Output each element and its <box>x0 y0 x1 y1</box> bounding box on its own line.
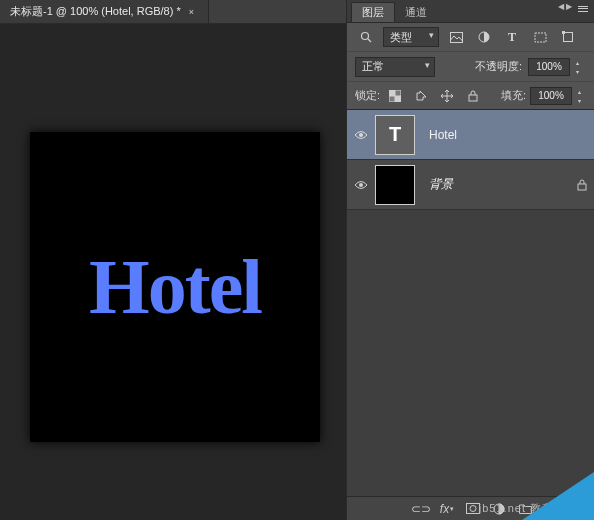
svg-rect-8 <box>395 96 401 102</box>
lock-all-icon[interactable] <box>462 86 484 106</box>
svg-rect-4 <box>535 33 546 42</box>
layer-row[interactable]: T Hotel <box>347 110 594 160</box>
fill-stepper[interactable]: ▴▾ <box>573 88 585 106</box>
layer-thumbnail[interactable]: T <box>375 115 415 155</box>
layer-name[interactable]: Hotel <box>429 128 594 142</box>
fill-input[interactable]: 100% ▴▾ <box>530 87 572 105</box>
tab-channels[interactable]: 通道 <box>395 2 437 22</box>
adjustment-filter-icon[interactable] <box>473 27 495 47</box>
lock-icon <box>570 179 594 191</box>
svg-point-0 <box>362 33 369 40</box>
opacity-stepper[interactable]: ▴▾ <box>571 59 583 77</box>
fill-value: 100% <box>538 90 564 101</box>
visibility-icon[interactable] <box>347 130 375 140</box>
type-filter-icon[interactable]: T <box>501 27 523 47</box>
image-filter-icon[interactable] <box>445 27 467 47</box>
smart-filter-icon[interactable] <box>557 27 579 47</box>
fill-label: 填充: <box>501 88 526 103</box>
svg-rect-9 <box>395 90 401 96</box>
svg-rect-16 <box>578 184 586 190</box>
document-tab-title: 未标题-1 @ 100% (Hotel, RGB/8) * <box>10 4 181 19</box>
watermark-triangle <box>522 472 594 520</box>
type-layer-icon: T <box>389 123 401 146</box>
panel-header: 图层 通道 ◀▶ <box>347 0 594 22</box>
svg-rect-7 <box>389 90 395 96</box>
blend-row: 正常 不透明度: 100% ▴▾ <box>347 52 594 82</box>
panel-collapse-icon[interactable]: ◀▶ <box>558 2 572 11</box>
filter-type-label: 类型 <box>390 30 412 45</box>
layer-name[interactable]: 背景 <box>429 176 570 193</box>
tab-layers-label: 图层 <box>362 5 384 20</box>
layers-list: T Hotel 背景 <box>347 110 594 496</box>
canvas-text: Hotel <box>89 242 261 332</box>
lock-row: 锁定: 填充: 100% ▴▾ <box>347 82 594 110</box>
document-tab[interactable]: 未标题-1 @ 100% (Hotel, RGB/8) * × <box>0 0 209 23</box>
layers-panel: 图层 通道 ◀▶ 类型 T 正常 不透明 <box>346 0 594 520</box>
lock-transparent-icon[interactable] <box>384 86 406 106</box>
opacity-value: 100% <box>536 61 562 72</box>
blend-mode-value: 正常 <box>362 59 384 74</box>
panel-menu-icon[interactable] <box>576 3 590 15</box>
lock-image-icon[interactable] <box>410 86 432 106</box>
svg-rect-6 <box>562 31 565 34</box>
close-icon[interactable]: × <box>189 7 194 17</box>
layer-thumbnail[interactable] <box>375 165 415 205</box>
visibility-icon[interactable] <box>347 180 375 190</box>
opacity-input[interactable]: 100% ▴▾ <box>528 58 570 76</box>
filter-row: 类型 T <box>347 22 594 52</box>
svg-rect-13 <box>469 95 477 101</box>
svg-point-15 <box>359 183 363 187</box>
tab-channels-label: 通道 <box>405 5 427 20</box>
lock-label: 锁定: <box>355 88 380 103</box>
opacity-label: 不透明度: <box>475 59 522 74</box>
workspace: Hotel <box>0 24 346 520</box>
svg-point-14 <box>359 133 363 137</box>
shape-filter-icon[interactable] <box>529 27 551 47</box>
svg-line-1 <box>368 39 371 42</box>
layer-row[interactable]: 背景 <box>347 160 594 210</box>
tab-layers[interactable]: 图层 <box>351 2 395 22</box>
layer-style-icon[interactable]: fx▾ <box>438 499 456 519</box>
svg-point-18 <box>470 506 476 512</box>
document-canvas[interactable]: Hotel <box>30 132 320 442</box>
svg-rect-10 <box>389 96 395 102</box>
search-icon[interactable] <box>355 27 377 47</box>
link-layers-icon[interactable]: ⊂⊃ <box>412 499 430 519</box>
lock-position-icon[interactable] <box>436 86 458 106</box>
blend-mode-dropdown[interactable]: 正常 <box>355 57 435 77</box>
filter-type-dropdown[interactable]: 类型 <box>383 27 439 47</box>
